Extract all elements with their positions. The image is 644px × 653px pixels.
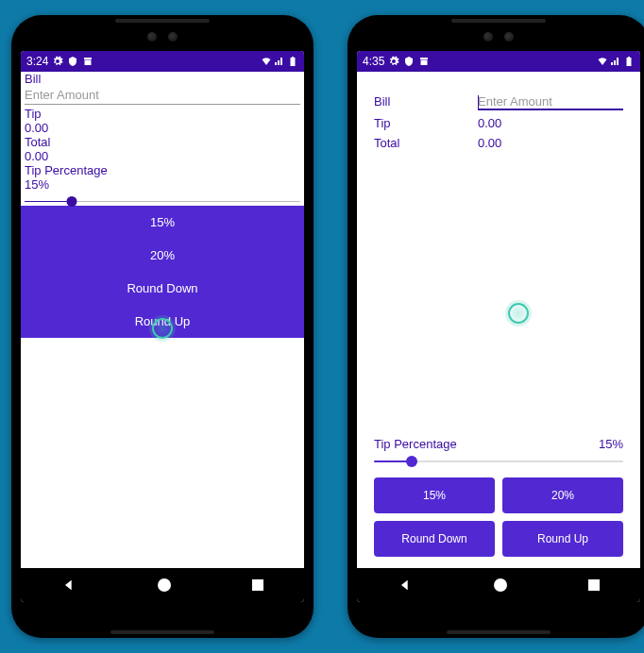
- wifi-icon: [597, 56, 608, 67]
- tip-label: Tip: [374, 116, 478, 130]
- gear-icon: [52, 56, 63, 67]
- tip-20-button[interactable]: 20%: [21, 239, 304, 272]
- recents-icon[interactable]: [588, 579, 600, 591]
- tip-pct-label: Tip Percentage: [374, 437, 457, 451]
- bill-label: Bill: [21, 72, 304, 86]
- clock: 4:35: [363, 55, 384, 68]
- round-up-button[interactable]: Round Up: [502, 521, 623, 557]
- app-content: Bill Enter Amount Tip 0.00 Total 0.00 Ti…: [357, 72, 640, 568]
- status-bar: 3:24: [21, 51, 304, 72]
- app-content: Bill Enter Amount Tip 0.00 Total 0.00 Ti…: [21, 72, 304, 568]
- phone-frame-left: 3:24 Bill Enter Amount Tip 0.00 Total 0.…: [11, 15, 314, 638]
- tip-value: 0.00: [21, 121, 304, 135]
- slider-thumb[interactable]: [66, 196, 76, 207]
- recents-icon[interactable]: [252, 579, 263, 591]
- home-icon[interactable]: [158, 578, 171, 592]
- tip-20-button[interactable]: 20%: [502, 477, 623, 513]
- battery-icon: [287, 56, 298, 67]
- total-value: 0.00: [21, 149, 304, 163]
- touch-indicator-icon: [508, 303, 529, 324]
- status-bar: 4:35: [357, 51, 640, 72]
- tip-value: 0.00: [478, 116, 501, 130]
- total-label: Total: [374, 136, 478, 150]
- tip-15-button[interactable]: 15%: [374, 477, 495, 513]
- amount-placeholder: Enter Amount: [478, 94, 552, 109]
- round-down-button[interactable]: Round Down: [374, 521, 495, 557]
- touch-indicator-icon: [152, 318, 173, 339]
- archive-icon: [418, 56, 430, 67]
- tip-slider[interactable]: [374, 455, 623, 468]
- tip-pct-value: 15%: [599, 437, 623, 451]
- wifi-icon: [261, 56, 272, 67]
- bill-label: Bill: [374, 94, 478, 110]
- battery-icon: [623, 56, 635, 67]
- back-icon[interactable]: [398, 578, 413, 593]
- shield-icon: [67, 56, 78, 67]
- signal-icon: [274, 56, 285, 67]
- tip-pct-label: Tip Percentage: [21, 163, 304, 177]
- back-icon[interactable]: [61, 578, 76, 593]
- signal-icon: [610, 56, 621, 67]
- tip-pct-value: 15%: [21, 177, 304, 192]
- nav-bar: [357, 568, 640, 602]
- slider-thumb[interactable]: [406, 456, 417, 467]
- clock: 3:24: [26, 55, 48, 68]
- nav-bar: [21, 568, 304, 602]
- amount-input[interactable]: Enter Amount: [25, 86, 300, 105]
- shield-icon: [403, 56, 415, 67]
- tip-15-button[interactable]: 15%: [21, 206, 304, 239]
- amount-input[interactable]: Enter Amount: [478, 94, 623, 110]
- tip-label: Tip: [21, 107, 304, 121]
- total-label: Total: [21, 135, 304, 149]
- tip-slider[interactable]: [21, 193, 304, 202]
- home-icon[interactable]: [494, 578, 507, 592]
- total-value: 0.00: [478, 136, 501, 150]
- button-grid: 15% 20% Round Down Round Up: [374, 477, 623, 557]
- gear-icon: [388, 56, 399, 67]
- archive-icon: [82, 56, 93, 67]
- screen: 3:24 Bill Enter Amount Tip 0.00 Total 0.…: [21, 51, 304, 602]
- screen: 4:35 Bill Enter Amount Tip 0.00 Total: [357, 51, 640, 602]
- round-down-button[interactable]: Round Down: [21, 272, 304, 305]
- phone-frame-right: 4:35 Bill Enter Amount Tip 0.00 Total: [347, 15, 644, 638]
